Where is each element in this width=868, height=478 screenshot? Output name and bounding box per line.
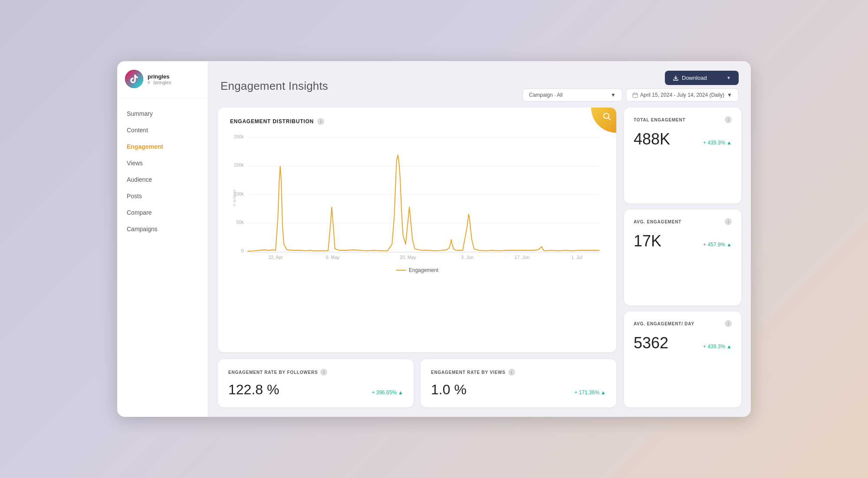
engagement-rate-followers-card: ENGAGEMENT RATE BY FOLLOWERS i 122.8 % +… (218, 359, 414, 407)
sidebar: pringles # /pringles Summary Content Eng… (117, 61, 208, 417)
chart-header: ENGAGEMENT DISTRIBUTION i (230, 118, 604, 125)
total-engagement-value: 488K (634, 130, 670, 148)
avg-engagement-day-info[interactable]: i (725, 320, 732, 327)
bottom-metric-cards: ENGAGEMENT RATE BY FOLLOWERS i 122.8 % +… (218, 359, 616, 407)
page-header: Engagement Insights Download ▼ Campaign … (208, 61, 751, 108)
svg-text:200k: 200k (234, 134, 244, 139)
up-arrow-total: ▲ (727, 140, 732, 146)
brand-logo: pringles # /pringles (117, 61, 208, 98)
campaign-arrow: ▼ (611, 92, 616, 98)
chart-info-icon[interactable]: i (317, 118, 324, 125)
total-engagement-title: TOTAL ENGAGEMENT (634, 118, 685, 122)
avg-engagement-title: AVG. ENGAGEMENT (634, 219, 681, 224)
sidebar-item-content[interactable]: Content (117, 122, 208, 138)
svg-text:22. Apr: 22. Apr (268, 255, 283, 260)
avg-engagement-day-title: AVG. ENGAGEMENT/ DAY (634, 321, 694, 326)
avg-engagement-day-header: AVG. ENGAGEMENT/ DAY i (634, 320, 732, 327)
engagement-legend-line (396, 270, 406, 271)
chart-title: ENGAGEMENT DISTRIBUTION (230, 118, 314, 124)
total-engagement-change: + 439.3% ▲ (703, 140, 732, 146)
sidebar-item-posts[interactable]: Posts (117, 188, 208, 204)
hashtag-icon: # (148, 80, 152, 85)
total-engagement-value-row: 488K + 439.3% ▲ (634, 130, 732, 149)
avg-engagement-day-value-row: 5362 + 439.3% ▲ (634, 334, 732, 353)
campaign-label: Campaign · All (529, 92, 562, 98)
campaign-dropdown[interactable]: Campaign · All ▼ (523, 88, 622, 101)
engagement-distribution-card: ENGAGEMENT DISTRIBUTION i 200k 150k 100k… (218, 108, 616, 352)
svg-point-2 (604, 113, 609, 118)
sidebar-item-campaigns[interactable]: Campaigns (117, 221, 208, 237)
total-engagement-info[interactable]: i (725, 116, 732, 123)
brand-handle: # /pringles (148, 80, 171, 85)
svg-text:6. May: 6. May (326, 255, 340, 260)
up-arrow-icon: ▲ (398, 390, 403, 396)
avg-engagement-day-change: + 439.3% ▲ (703, 344, 732, 350)
brand-info: pringles # /pringles (148, 73, 171, 85)
tiktok-icon (125, 70, 143, 88)
chart-wrapper: 200k 150k 100k 50k 0 # actions (230, 133, 604, 263)
engagement-rate-views-value-row: 1.0 % + 171.36% ▲ (431, 382, 606, 398)
engagement-rate-views-change: + 171.36% ▲ (574, 390, 606, 396)
engagement-rate-followers-info[interactable]: i (320, 369, 327, 376)
svg-text:1. Jul: 1. Jul (571, 255, 582, 260)
chart-legend: Engagement (230, 267, 604, 273)
date-range-dropdown[interactable]: April 15, 2024 - July 14, 2024 (Daily) ▼ (626, 88, 739, 101)
engagement-rate-followers-header: ENGAGEMENT RATE BY FOLLOWERS i (228, 369, 403, 376)
sidebar-item-views[interactable]: Views (117, 155, 208, 171)
download-icon (673, 75, 679, 81)
svg-text:0: 0 (241, 248, 244, 253)
content-area: ENGAGEMENT DISTRIBUTION i 200k 150k 100k… (208, 108, 751, 417)
sidebar-nav: Summary Content Engagement Views Audienc… (117, 98, 208, 245)
avg-engagement-value-row: 17K + 457.9% ▲ (634, 232, 732, 251)
engagement-rate-followers-change: + 396.65% ▲ (372, 390, 403, 396)
engagement-rate-followers-value: 122.8 % (228, 382, 279, 398)
header-controls: Download ▼ Campaign · All ▼ (523, 71, 739, 101)
sidebar-item-engagement[interactable]: Engagement (117, 139, 208, 154)
date-arrow: ▼ (727, 92, 732, 98)
app-container: pringles # /pringles Summary Content Eng… (117, 61, 751, 417)
svg-text:# actions: # actions (232, 189, 237, 206)
download-dropdown-arrow: ▼ (727, 75, 731, 80)
engagement-rate-views-info[interactable]: i (508, 369, 515, 376)
avg-engagement-day-card: AVG. ENGAGEMENT/ DAY i 5362 + 439.3% ▲ (624, 311, 741, 407)
engagement-rate-views-header: ENGAGEMENT RATE BY VIEWS i (431, 369, 606, 376)
chart-section: ENGAGEMENT DISTRIBUTION i 200k 150k 100k… (218, 108, 616, 407)
right-stats-panel: TOTAL ENGAGEMENT i 488K + 439.3% ▲ AVG (624, 108, 741, 407)
sidebar-item-compare[interactable]: Compare (117, 205, 208, 220)
engagement-rate-followers-value-row: 122.8 % + 396.65% ▲ (228, 382, 403, 398)
download-button[interactable]: Download ▼ (665, 71, 739, 85)
brand-avatar (125, 70, 143, 88)
avg-engagement-info[interactable]: i (725, 218, 732, 225)
svg-text:3. Jun: 3. Jun (461, 255, 473, 260)
up-arrow-avg: ▲ (727, 242, 732, 248)
up-arrow-icon-2: ▲ (601, 390, 606, 396)
avg-engagement-card: AVG. ENGAGEMENT i 17K + 457.9% ▲ (624, 210, 741, 305)
search-icon (602, 112, 612, 121)
svg-text:#: # (148, 80, 150, 85)
sidebar-item-summary[interactable]: Summary (117, 106, 208, 121)
svg-text:50k: 50k (237, 219, 244, 225)
date-range-label: April 15, 2024 - July 14, 2024 (Daily) (640, 92, 724, 98)
engagement-rate-views-value: 1.0 % (431, 382, 467, 398)
total-engagement-header: TOTAL ENGAGEMENT i (634, 116, 732, 123)
engagement-rate-views-card: ENGAGEMENT RATE BY VIEWS i 1.0 % + 171.3… (421, 359, 616, 407)
download-label: Download (682, 75, 707, 81)
engagement-rate-views-title: ENGAGEMENT RATE BY VIEWS (431, 370, 506, 375)
main-content: Engagement Insights Download ▼ Campaign … (208, 61, 751, 417)
svg-rect-1 (633, 93, 638, 98)
avg-engagement-day-value: 5362 (634, 334, 668, 352)
search-corner-button[interactable] (591, 108, 616, 133)
page-title: Engagement Insights (220, 79, 328, 93)
svg-text:20. May: 20. May (400, 255, 416, 260)
engagement-chart-svg: 200k 150k 100k 50k 0 # actions (230, 133, 604, 263)
engagement-legend-label: Engagement (409, 267, 438, 273)
svg-text:150k: 150k (234, 162, 244, 167)
up-arrow-day: ▲ (727, 344, 732, 350)
total-engagement-card: TOTAL ENGAGEMENT i 488K + 439.3% ▲ (624, 108, 741, 203)
avg-engagement-change: + 457.9% ▲ (703, 242, 732, 248)
sidebar-item-audience[interactable]: Audience (117, 172, 208, 187)
brand-name: pringles (148, 73, 171, 80)
calendar-icon (632, 92, 638, 98)
engagement-legend-item: Engagement (396, 267, 438, 273)
avg-engagement-header: AVG. ENGAGEMENT i (634, 218, 732, 225)
